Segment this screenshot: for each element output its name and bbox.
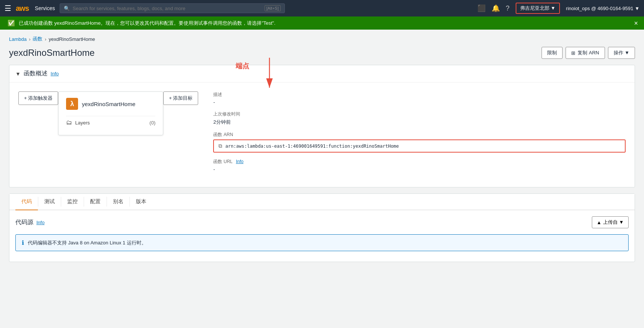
function-box-title: λ yexdRinoSmartHome	[66, 98, 155, 110]
banner-message: 已成功创建函数 yexdRinoSmartHome。现在，您可以更改其代码和配置…	[19, 20, 275, 27]
tab-versions[interactable]: 版本	[130, 194, 152, 210]
success-icon: ✅	[8, 19, 15, 27]
copy-arn-label: 复制 ARN	[578, 49, 599, 56]
upload-button[interactable]: ▲ 上传自 ▼	[592, 216, 629, 228]
function-name-in-box: yexdRinoSmartHome	[82, 101, 135, 107]
region-selector[interactable]: 弗吉尼亚北部 ▼	[516, 3, 560, 14]
section-header: ▼ 函数概述 Info	[9, 65, 635, 82]
add-destination-button[interactable]: + 添加目标	[163, 91, 198, 105]
diagram-area: + 添加触发器 λ yexdRinoSmartHome 🗂 Layers (0)	[9, 82, 635, 187]
arn-box: ⧉ arn:aws:lambda:us-east-1:469001649591:…	[213, 139, 626, 153]
description-label: 描述	[213, 91, 626, 98]
tab-code[interactable]: 代码	[15, 194, 38, 210]
copy-arn-button[interactable]: ⊞ 复制 ARN	[566, 47, 605, 59]
breadcrumb-current: yexdRinoSmartHome	[49, 36, 95, 42]
function-url-info-link[interactable]: Info	[236, 159, 244, 164]
tabs-card: 代码 测试 监控 配置 别名 版本 代码源 Info ▲ 上传自 ▼	[9, 193, 635, 262]
aws-navbar: ☰ aws Services 🔍 [Alt+S] ⬛ 🔔 ? 弗吉尼亚北部 ▼ …	[0, 0, 644, 16]
add-trigger-button[interactable]: + 添加触发器	[18, 91, 58, 105]
search-input[interactable]	[73, 6, 262, 11]
code-section-header: 代码源 Info ▲ 上传自 ▼	[15, 216, 629, 228]
collapse-button[interactable]: ▼	[15, 71, 21, 77]
breadcrumb: Lambda › 函数 › yexdRinoSmartHome	[9, 36, 635, 42]
info-notice: ℹ 代码编辑器不支持 Java 8 on Amazon Linux 1 运行时。	[15, 234, 629, 251]
actions-button[interactable]: 操作 ▼	[608, 47, 635, 59]
code-source-info-link[interactable]: Info	[36, 220, 45, 225]
aws-logo: aws	[16, 4, 29, 13]
tab-aliases[interactable]: 别名	[107, 194, 129, 210]
breadcrumb-sep2: ›	[45, 36, 46, 42]
layers-row: 🗂 Layers (0)	[66, 116, 155, 129]
lambda-icon-text: λ	[70, 100, 74, 108]
info-notice-icon: ℹ	[22, 239, 24, 246]
destination-area: + 添加目标	[163, 91, 198, 105]
sidebar-toggle[interactable]: ☰	[5, 4, 11, 13]
tabs-container: 代码 测试 监控 配置 别名 版本	[9, 194, 635, 210]
tab-test[interactable]: 测试	[38, 194, 61, 210]
function-overview-card: ▼ 函数概述 Info + 添加触发器 λ yexdRinoSmartHome	[9, 65, 635, 187]
description-item: 描述 -	[213, 91, 626, 105]
page-actions: 限制 ⊞ 复制 ARN 操作 ▼	[542, 47, 635, 59]
services-button[interactable]: Services	[35, 5, 55, 11]
upload-icon: ▲	[597, 220, 602, 225]
account-menu[interactable]: rinoiot_ops @ 4690-0164-9591 ▼	[566, 6, 639, 11]
layers-label: Layers	[75, 120, 90, 126]
metadata-panel: 端点 描述 - 上次修改时间	[198, 91, 626, 178]
page-title-row: yexdRinoSmartHome 限制 ⊞ 复制 ARN 操作 ▼	[9, 47, 635, 59]
layers-stack-icon: 🗂	[66, 119, 72, 126]
code-section-title: 代码源 Info	[15, 219, 45, 226]
page-title: yexdRinoSmartHome	[9, 48, 95, 58]
function-box: λ yexdRinoSmartHome 🗂 Layers (0)	[58, 91, 163, 135]
collapse-icon: ▼	[15, 71, 21, 77]
upload-label: 上传自 ▼	[603, 219, 624, 226]
nav-right: ⬛ 🔔 ? 弗吉尼亚北部 ▼ rinoiot_ops @ 4690-0164-9…	[477, 3, 639, 14]
function-arn-label: 函数 ARN	[213, 132, 626, 138]
code-section: 代码源 Info ▲ 上传自 ▼ ℹ 代码编辑器不支持 Java 8 on Am…	[9, 210, 635, 262]
function-url-value: -	[213, 166, 626, 172]
function-url-label: 函数 URL Info	[213, 159, 626, 165]
tab-config[interactable]: 配置	[84, 194, 107, 210]
search-icon: 🔍	[64, 6, 70, 11]
search-shortcut: [Alt+S]	[265, 5, 281, 11]
function-url-label-text: 函数 URL	[213, 159, 232, 164]
help-icon[interactable]: ?	[506, 4, 510, 12]
throttle-button[interactable]: 限制	[542, 47, 563, 59]
function-arn-item: 函数 ARN ⧉ arn:aws:lambda:us-east-1:469001…	[213, 132, 626, 153]
layers-count: (0)	[149, 120, 155, 126]
search-bar: 🔍 [Alt+S]	[60, 3, 285, 13]
tab-monitor[interactable]: 监控	[61, 194, 84, 210]
copy-arn-icon: ⊞	[571, 50, 575, 56]
section-info-link[interactable]: Info	[51, 71, 59, 76]
lambda-icon: λ	[66, 98, 78, 110]
layers-left: 🗂 Layers	[66, 119, 90, 126]
last-modified-label: 上次修改时间	[213, 111, 626, 117]
code-source-title: 代码源	[15, 219, 33, 226]
last-modified-item: 上次修改时间 2分钟前	[213, 111, 626, 126]
description-value: -	[213, 99, 626, 105]
breadcrumb-functions[interactable]: 函数	[33, 36, 42, 42]
main-content: Lambda › 函数 › yexdRinoSmartHome yexdRino…	[0, 30, 644, 316]
services-label: Services	[35, 5, 55, 11]
arn-value: arn:aws:lambda:us-east-1:469001649591:fu…	[225, 144, 399, 149]
annotation-label: 端点	[236, 61, 249, 70]
success-banner: ✅ 已成功创建函数 yexdRinoSmartHome。现在，您可以更改其代码和…	[0, 16, 644, 30]
bell-icon[interactable]: 🔔	[492, 4, 500, 12]
function-url-item: 函数 URL Info -	[213, 159, 626, 172]
info-notice-text: 代码编辑器不支持 Java 8 on Amazon Linux 1 运行时。	[28, 240, 146, 246]
arn-copy-icon[interactable]: ⧉	[218, 143, 222, 149]
cloud-icon[interactable]: ⬛	[477, 4, 486, 12]
breadcrumb-lambda[interactable]: Lambda	[9, 36, 27, 42]
breadcrumb-sep1: ›	[29, 36, 30, 42]
banner-close-button[interactable]: ×	[634, 19, 638, 27]
section-title: 函数概述	[24, 70, 48, 78]
diagram-left: + 添加触发器	[18, 91, 58, 105]
last-modified-value: 2分钟前	[213, 119, 626, 126]
